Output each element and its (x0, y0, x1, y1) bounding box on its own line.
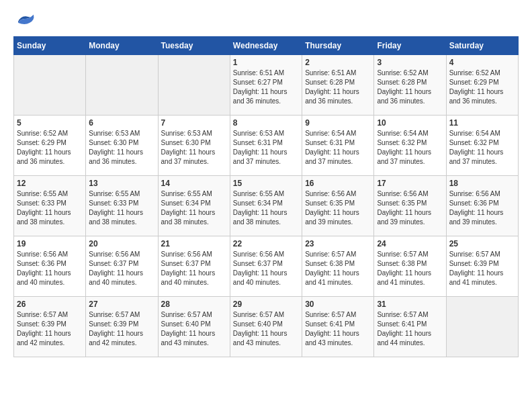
calendar-week-row: 19 Sunrise: 6:56 AM Sunset: 6:36 PM Dayl… (14, 236, 519, 297)
day-number: 19 (17, 239, 83, 248)
sunset-text: Sunset: 6:31 PM (233, 139, 283, 146)
calendar-cell: 29 Sunrise: 6:57 AM Sunset: 6:40 PM Dayl… (230, 297, 302, 357)
sunset-text: Sunset: 6:37 PM (233, 260, 283, 267)
daylight-text: Daylight: 11 hours and 37 minutes. (305, 148, 359, 165)
page-header (13, 13, 519, 30)
daylight-text: Daylight: 11 hours and 40 minutes. (17, 269, 71, 286)
day-number: 15 (233, 179, 299, 188)
daylight-text: Daylight: 11 hours and 41 minutes. (305, 269, 359, 286)
sunset-text: Sunset: 6:40 PM (233, 320, 283, 328)
weekday-header-sunday: Sunday (14, 37, 86, 55)
daylight-text: Daylight: 11 hours and 36 minutes. (89, 148, 143, 165)
sunset-text: Sunset: 6:29 PM (17, 139, 66, 146)
sunrise-text: Sunrise: 6:54 AM (305, 130, 356, 137)
sunrise-text: Sunrise: 6:57 AM (449, 250, 500, 258)
daylight-text: Daylight: 11 hours and 37 minutes. (161, 148, 216, 165)
day-info: Sunrise: 6:53 AM Sunset: 6:30 PM Dayligh… (89, 129, 154, 167)
sunrise-text: Sunrise: 6:57 AM (377, 311, 428, 318)
sunset-text: Sunset: 6:37 PM (161, 260, 211, 267)
daylight-text: Daylight: 11 hours and 36 minutes. (305, 88, 359, 105)
calendar-cell: 30 Sunrise: 6:57 AM Sunset: 6:41 PM Dayl… (302, 297, 374, 357)
sunrise-text: Sunrise: 6:57 AM (17, 311, 68, 318)
calendar-cell: 13 Sunrise: 6:55 AM Sunset: 6:33 PM Dayl… (86, 176, 158, 236)
daylight-text: Daylight: 11 hours and 38 minutes. (161, 209, 216, 226)
day-info: Sunrise: 6:55 AM Sunset: 6:34 PM Dayligh… (161, 189, 227, 227)
day-number: 4 (449, 58, 515, 67)
day-number: 20 (89, 239, 154, 248)
daylight-text: Daylight: 11 hours and 37 minutes. (377, 148, 431, 165)
day-info: Sunrise: 6:56 AM Sunset: 6:37 PM Dayligh… (233, 250, 299, 287)
daylight-text: Daylight: 11 hours and 41 minutes. (377, 269, 431, 286)
calendar-cell: 15 Sunrise: 6:55 AM Sunset: 6:34 PM Dayl… (230, 176, 302, 236)
calendar-cell: 27 Sunrise: 6:57 AM Sunset: 6:39 PM Dayl… (86, 297, 158, 357)
calendar-cell: 2 Sunrise: 6:51 AM Sunset: 6:28 PM Dayli… (302, 55, 374, 116)
sunrise-text: Sunrise: 6:52 AM (377, 69, 428, 77)
day-number: 22 (233, 239, 299, 248)
sunset-text: Sunset: 6:28 PM (305, 79, 355, 86)
day-info: Sunrise: 6:56 AM Sunset: 6:35 PM Dayligh… (377, 189, 443, 227)
day-number: 12 (17, 179, 83, 188)
calendar-cell: 16 Sunrise: 6:56 AM Sunset: 6:35 PM Dayl… (302, 176, 374, 236)
day-info: Sunrise: 6:53 AM Sunset: 6:30 PM Dayligh… (161, 129, 227, 167)
sunset-text: Sunset: 6:34 PM (233, 199, 283, 207)
day-number: 25 (449, 239, 515, 248)
sunrise-text: Sunrise: 6:57 AM (305, 311, 356, 318)
day-number: 23 (305, 239, 371, 248)
day-info: Sunrise: 6:57 AM Sunset: 6:40 PM Dayligh… (233, 310, 299, 348)
day-number: 26 (17, 300, 83, 309)
calendar-cell: 1 Sunrise: 6:51 AM Sunset: 6:27 PM Dayli… (230, 55, 302, 116)
calendar-cell: 21 Sunrise: 6:56 AM Sunset: 6:37 PM Dayl… (158, 236, 230, 297)
sunrise-text: Sunrise: 6:56 AM (377, 190, 428, 197)
sunrise-text: Sunrise: 6:57 AM (233, 311, 284, 318)
weekday-header-monday: Monday (86, 37, 158, 55)
day-info: Sunrise: 6:57 AM Sunset: 6:40 PM Dayligh… (161, 310, 227, 348)
sunset-text: Sunset: 6:33 PM (89, 199, 138, 207)
daylight-text: Daylight: 11 hours and 42 minutes. (17, 330, 71, 347)
sunrise-text: Sunrise: 6:54 AM (377, 130, 428, 137)
daylight-text: Daylight: 11 hours and 36 minutes. (449, 88, 504, 105)
day-number: 5 (17, 118, 83, 128)
day-number: 7 (161, 118, 227, 128)
calendar-cell: 20 Sunrise: 6:56 AM Sunset: 6:37 PM Dayl… (86, 236, 158, 297)
day-info: Sunrise: 6:56 AM Sunset: 6:37 PM Dayligh… (161, 250, 227, 287)
calendar-table: SundayMondayTuesdayWednesdayThursdayFrid… (13, 36, 519, 357)
sunrise-text: Sunrise: 6:52 AM (17, 130, 68, 137)
day-number: 2 (305, 58, 371, 67)
day-info: Sunrise: 6:57 AM Sunset: 6:38 PM Dayligh… (305, 250, 371, 287)
day-info: Sunrise: 6:57 AM Sunset: 6:38 PM Dayligh… (377, 250, 443, 287)
calendar-cell: 18 Sunrise: 6:56 AM Sunset: 6:36 PM Dayl… (446, 176, 518, 236)
calendar-cell (14, 55, 86, 116)
weekday-header-tuesday: Tuesday (158, 37, 230, 55)
day-info: Sunrise: 6:55 AM Sunset: 6:33 PM Dayligh… (17, 189, 83, 227)
daylight-text: Daylight: 11 hours and 38 minutes. (233, 209, 287, 226)
daylight-text: Daylight: 11 hours and 43 minutes. (305, 330, 359, 347)
logo-bird-icon (15, 13, 35, 30)
daylight-text: Daylight: 11 hours and 38 minutes. (89, 209, 143, 226)
sunset-text: Sunset: 6:28 PM (377, 79, 427, 86)
day-info: Sunrise: 6:54 AM Sunset: 6:32 PM Dayligh… (377, 129, 443, 167)
sunset-text: Sunset: 6:40 PM (161, 320, 211, 328)
sunrise-text: Sunrise: 6:57 AM (377, 250, 428, 258)
sunset-text: Sunset: 6:37 PM (89, 260, 138, 267)
sunrise-text: Sunrise: 6:51 AM (305, 69, 356, 77)
day-number: 17 (377, 179, 443, 188)
daylight-text: Daylight: 11 hours and 37 minutes. (449, 148, 504, 165)
day-number: 21 (161, 239, 227, 248)
sunset-text: Sunset: 6:27 PM (233, 79, 283, 86)
day-number: 8 (233, 118, 299, 128)
calendar-cell: 25 Sunrise: 6:57 AM Sunset: 6:39 PM Dayl… (446, 236, 518, 297)
calendar-cell: 14 Sunrise: 6:55 AM Sunset: 6:34 PM Dayl… (158, 176, 230, 236)
sunrise-text: Sunrise: 6:56 AM (233, 250, 284, 258)
daylight-text: Daylight: 11 hours and 39 minutes. (305, 209, 359, 226)
sunrise-text: Sunrise: 6:57 AM (305, 250, 356, 258)
day-info: Sunrise: 6:54 AM Sunset: 6:32 PM Dayligh… (449, 129, 515, 167)
sunrise-text: Sunrise: 6:55 AM (89, 190, 140, 197)
calendar-cell: 6 Sunrise: 6:53 AM Sunset: 6:30 PM Dayli… (86, 116, 158, 176)
calendar-cell: 9 Sunrise: 6:54 AM Sunset: 6:31 PM Dayli… (302, 116, 374, 176)
sunrise-text: Sunrise: 6:56 AM (449, 190, 500, 197)
daylight-text: Daylight: 11 hours and 44 minutes. (377, 330, 431, 347)
calendar-cell: 19 Sunrise: 6:56 AM Sunset: 6:36 PM Dayl… (14, 236, 86, 297)
day-number: 18 (449, 179, 515, 188)
daylight-text: Daylight: 11 hours and 37 minutes. (233, 148, 287, 165)
calendar-cell: 17 Sunrise: 6:56 AM Sunset: 6:35 PM Dayl… (374, 176, 446, 236)
